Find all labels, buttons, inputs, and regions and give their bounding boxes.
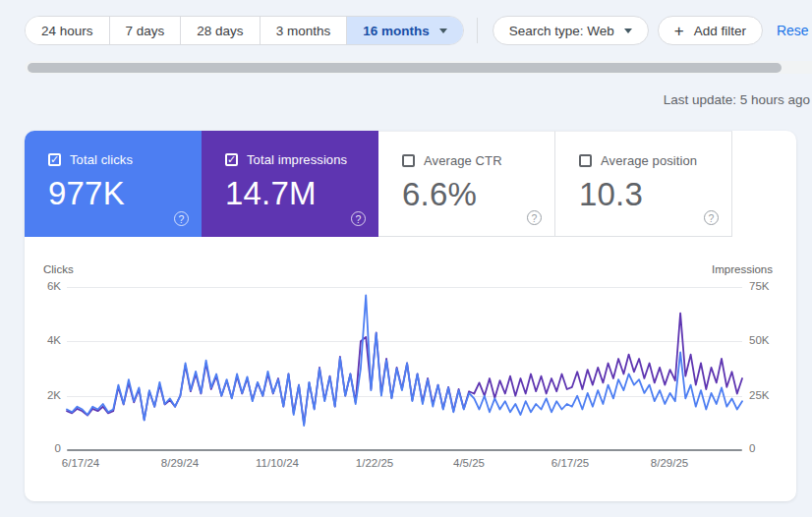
chevron-down-icon — [624, 29, 632, 33]
help-icon[interactable]: ? — [704, 210, 719, 225]
right-axis-tick: 75K — [749, 280, 769, 292]
add-filter-label: Add filter — [694, 24, 746, 38]
total-impressions-label: Total impressions — [247, 152, 347, 167]
average-ctr-card[interactable]: Average CTR 6.6% ? — [378, 131, 555, 237]
right-axis-title: Impressions — [712, 263, 773, 275]
date-range-24-hours[interactable]: 24 hours — [26, 17, 110, 44]
left-axis-tick: 4K — [25, 334, 61, 346]
horizontal-scrollbar-thumb[interactable] — [28, 63, 782, 73]
left-axis-title: Clicks — [43, 263, 74, 275]
total-impressions-checkbox[interactable]: ✓ — [225, 153, 238, 166]
help-icon[interactable]: ? — [174, 211, 189, 226]
help-icon[interactable]: ? — [527, 210, 542, 225]
left-axis-tick: 2K — [25, 389, 61, 401]
metric-cards-row: ✓ Total clicks 977K ? ✓ Total impression… — [25, 131, 796, 237]
search-console-performance-page: { "toolbar": { "time_ranges": ["24 hours… — [0, 0, 812, 517]
search-type-label: Search type: Web — [509, 24, 614, 38]
right-axis-tick: 50K — [749, 334, 769, 346]
left-axis-tick: 0 — [25, 442, 61, 454]
x-axis-tick: 6/17/24 — [62, 457, 99, 469]
right-axis-tick: 0 — [749, 442, 755, 454]
average-position-label: Average position — [601, 153, 697, 168]
horizontal-scrollbar-track[interactable] — [25, 61, 812, 74]
toolbar-divider — [477, 18, 478, 43]
total-clicks-card[interactable]: ✓ Total clicks 977K ? — [25, 131, 202, 237]
help-icon[interactable]: ? — [351, 211, 366, 226]
x-axis-tick: 8/29/25 — [651, 457, 688, 469]
chart-plot-area[interactable] — [67, 287, 742, 450]
x-axis-tick: 8/29/24 — [161, 457, 199, 469]
average-position-checkbox[interactable] — [579, 154, 592, 167]
x-axis-tick: 11/10/24 — [256, 457, 299, 469]
average-position-card[interactable]: Average position 10.3 ? — [555, 131, 732, 237]
plus-icon: + — [674, 23, 684, 39]
total-clicks-value: 977K — [48, 175, 202, 212]
x-axis-tick: 1/22/25 — [356, 457, 393, 469]
left-axis-tick: 6K — [25, 280, 61, 292]
average-ctr-label: Average CTR — [424, 153, 502, 168]
total-clicks-label: Total clicks — [70, 152, 133, 167]
total-clicks-checkbox[interactable]: ✓ — [48, 153, 61, 166]
x-axis-tick: 4/5/25 — [453, 457, 485, 469]
add-filter-button[interactable]: + Add filter — [658, 16, 763, 45]
average-ctr-checkbox[interactable] — [402, 154, 415, 167]
date-range-7-days[interactable]: 7 days — [110, 17, 182, 44]
search-type-dropdown[interactable]: Search type: Web — [493, 16, 649, 45]
date-range-16-months-label: 16 months — [363, 24, 430, 38]
last-update-text: Last update: 5 hours ago — [664, 92, 810, 107]
date-range-3-months[interactable]: 3 months — [261, 17, 348, 44]
date-range-selector: 24 hours 7 days 28 days 3 months 16 mont… — [25, 16, 464, 45]
filter-toolbar: 24 hours 7 days 28 days 3 months 16 mont… — [25, 16, 809, 45]
chevron-down-icon — [439, 29, 447, 33]
date-range-16-months[interactable]: 16 months — [347, 17, 463, 44]
date-range-28-days[interactable]: 28 days — [181, 17, 260, 44]
performance-panel: ✓ Total clicks 977K ? ✓ Total impression… — [25, 131, 796, 501]
average-position-value: 10.3 — [579, 176, 731, 213]
x-axis-tick: 6/17/25 — [551, 457, 589, 469]
reset-filters-link[interactable]: Rese — [777, 23, 809, 38]
right-axis-tick: 25K — [749, 389, 769, 401]
total-impressions-value: 14.7M — [225, 175, 378, 212]
average-ctr-value: 6.6% — [402, 176, 554, 213]
total-impressions-card[interactable]: ✓ Total impressions 14.7M ? — [202, 131, 378, 237]
